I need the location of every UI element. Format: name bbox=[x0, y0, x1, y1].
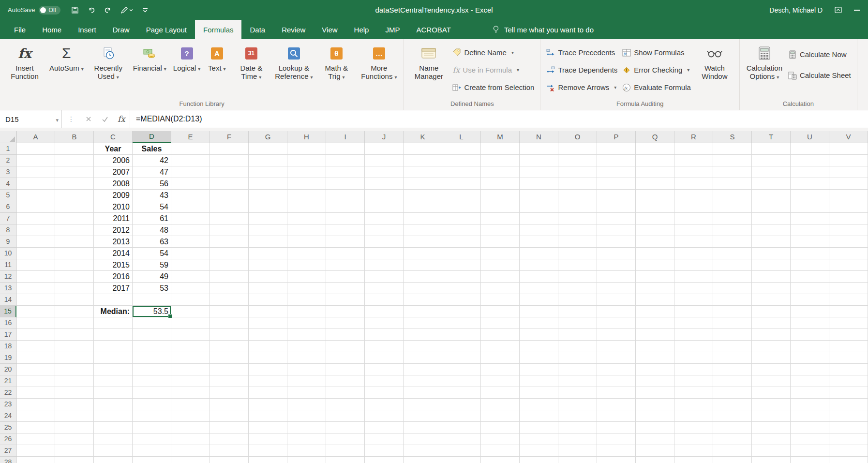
cell-R17[interactable] bbox=[674, 329, 713, 341]
cell-S4[interactable] bbox=[713, 178, 752, 190]
row-header-21[interactable]: 21 bbox=[0, 375, 16, 387]
cell-C10[interactable]: 2014 bbox=[94, 248, 133, 259]
cell-P28[interactable] bbox=[597, 457, 636, 463]
cell-S25[interactable] bbox=[713, 422, 752, 433]
cell-V28[interactable] bbox=[829, 457, 868, 463]
cell-M19[interactable] bbox=[481, 352, 520, 364]
cell-K19[interactable] bbox=[404, 352, 442, 364]
cell-O5[interactable] bbox=[558, 190, 597, 201]
cell-F19[interactable] bbox=[210, 352, 249, 364]
cell-K16[interactable] bbox=[404, 317, 442, 329]
cell-H26[interactable] bbox=[287, 433, 326, 445]
remove-arrows-button[interactable]: Remove Arrows bbox=[544, 81, 619, 93]
cell-V13[interactable] bbox=[829, 283, 868, 294]
cell-S22[interactable] bbox=[713, 387, 752, 399]
cell-S8[interactable] bbox=[713, 224, 752, 236]
cell-T11[interactable] bbox=[752, 259, 791, 271]
cell-D1[interactable]: Sales bbox=[133, 143, 171, 155]
row-header-15[interactable]: 15 bbox=[0, 306, 16, 317]
cell-N28[interactable] bbox=[520, 457, 558, 463]
cell-D21[interactable] bbox=[133, 375, 171, 387]
cell-C24[interactable] bbox=[94, 410, 133, 422]
cell-M12[interactable] bbox=[481, 271, 520, 283]
cell-L5[interactable] bbox=[442, 190, 481, 201]
cell-F8[interactable] bbox=[210, 224, 249, 236]
cell-A1[interactable] bbox=[16, 143, 55, 155]
cell-R22[interactable] bbox=[674, 387, 713, 399]
cell-E25[interactable] bbox=[171, 422, 210, 433]
cell-P17[interactable] bbox=[597, 329, 636, 341]
cell-P25[interactable] bbox=[597, 422, 636, 433]
cell-K11[interactable] bbox=[404, 259, 442, 271]
row-header-7[interactable]: 7 bbox=[0, 213, 16, 224]
cell-L9[interactable] bbox=[442, 236, 481, 248]
cell-C20[interactable] bbox=[94, 364, 133, 375]
cell-O12[interactable] bbox=[558, 271, 597, 283]
cell-T17[interactable] bbox=[752, 329, 791, 341]
cell-N3[interactable] bbox=[520, 166, 558, 178]
column-header-O[interactable]: O bbox=[558, 131, 597, 143]
cell-S20[interactable] bbox=[713, 364, 752, 375]
cell-N22[interactable] bbox=[520, 387, 558, 399]
cell-A4[interactable] bbox=[16, 178, 55, 190]
cell-G21[interactable] bbox=[249, 375, 287, 387]
cell-N10[interactable] bbox=[520, 248, 558, 259]
cell-H21[interactable] bbox=[287, 375, 326, 387]
cell-H1[interactable] bbox=[287, 143, 326, 155]
cell-R15[interactable] bbox=[674, 306, 713, 317]
cell-P15[interactable] bbox=[597, 306, 636, 317]
tab-acrobat[interactable]: ACROBAT bbox=[408, 20, 459, 39]
cell-V27[interactable] bbox=[829, 445, 868, 457]
cell-V7[interactable] bbox=[829, 213, 868, 224]
column-header-M[interactable]: M bbox=[481, 131, 520, 143]
cell-P18[interactable] bbox=[597, 341, 636, 352]
column-header-N[interactable]: N bbox=[520, 131, 558, 143]
cell-M10[interactable] bbox=[481, 248, 520, 259]
cell-J9[interactable] bbox=[365, 236, 404, 248]
cell-F21[interactable] bbox=[210, 375, 249, 387]
cell-H8[interactable] bbox=[287, 224, 326, 236]
tab-formulas[interactable]: Formulas bbox=[195, 20, 242, 39]
calculate-sheet-button[interactable]: Calculate Sheet bbox=[786, 69, 853, 81]
cell-K13[interactable] bbox=[404, 283, 442, 294]
cell-S15[interactable] bbox=[713, 306, 752, 317]
cell-T10[interactable] bbox=[752, 248, 791, 259]
cell-G20[interactable] bbox=[249, 364, 287, 375]
cell-O8[interactable] bbox=[558, 224, 597, 236]
cell-N8[interactable] bbox=[520, 224, 558, 236]
cell-O25[interactable] bbox=[558, 422, 597, 433]
cell-P10[interactable] bbox=[597, 248, 636, 259]
cell-V6[interactable] bbox=[829, 201, 868, 213]
cell-Q12[interactable] bbox=[636, 271, 674, 283]
cell-H28[interactable] bbox=[287, 457, 326, 463]
cell-H20[interactable] bbox=[287, 364, 326, 375]
cell-D23[interactable] bbox=[133, 399, 171, 410]
cell-F7[interactable] bbox=[210, 213, 249, 224]
cell-D18[interactable] bbox=[133, 341, 171, 352]
cell-T28[interactable] bbox=[752, 457, 791, 463]
cell-F16[interactable] bbox=[210, 317, 249, 329]
row-header-26[interactable]: 26 bbox=[0, 433, 16, 445]
trace-dependents-button[interactable]: Trace Dependents bbox=[544, 64, 620, 76]
cell-L25[interactable] bbox=[442, 422, 481, 433]
cell-I19[interactable] bbox=[326, 352, 365, 364]
cell-F6[interactable] bbox=[210, 201, 249, 213]
cell-U15[interactable] bbox=[791, 306, 829, 317]
cell-O15[interactable] bbox=[558, 306, 597, 317]
cell-S14[interactable] bbox=[713, 294, 752, 306]
cell-R18[interactable] bbox=[674, 341, 713, 352]
cell-U19[interactable] bbox=[791, 352, 829, 364]
cell-H11[interactable] bbox=[287, 259, 326, 271]
cell-H19[interactable] bbox=[287, 352, 326, 364]
cell-F11[interactable] bbox=[210, 259, 249, 271]
cell-M13[interactable] bbox=[481, 283, 520, 294]
cell-C22[interactable] bbox=[94, 387, 133, 399]
cell-K14[interactable] bbox=[404, 294, 442, 306]
cell-Q14[interactable] bbox=[636, 294, 674, 306]
cell-K22[interactable] bbox=[404, 387, 442, 399]
cell-Q27[interactable] bbox=[636, 445, 674, 457]
insert-function-button[interactable]: fx Insert Function bbox=[3, 41, 46, 99]
cell-D11[interactable]: 59 bbox=[133, 259, 171, 271]
cell-U12[interactable] bbox=[791, 271, 829, 283]
cell-S27[interactable] bbox=[713, 445, 752, 457]
